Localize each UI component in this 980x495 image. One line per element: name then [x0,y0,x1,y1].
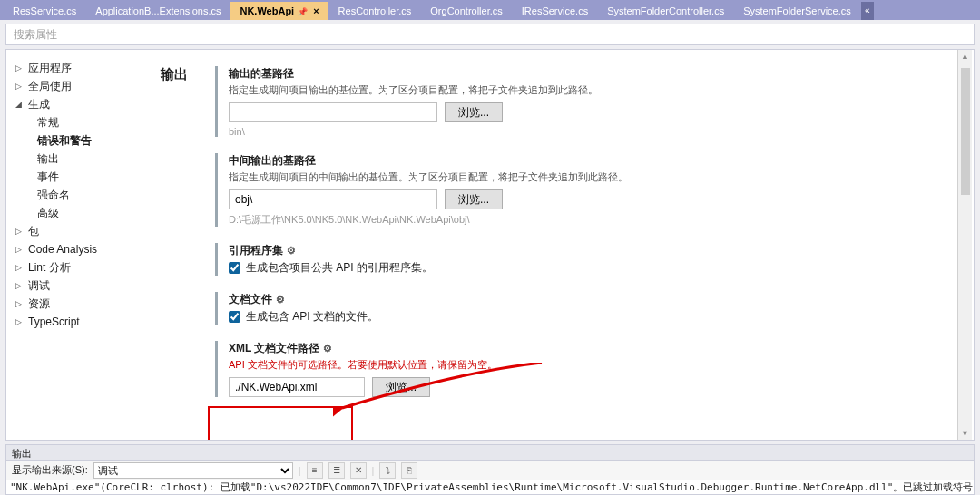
label-xmlpath-desc: API 文档文件的可选路径。若要使用默认位置，请保留为空。 [229,358,956,372]
sidebar-item-debug[interactable]: ▷调试 [15,277,138,295]
sidebar-item-general[interactable]: 常规 [15,113,138,131]
tab-appextensions[interactable]: ApplicationB...Extensions.cs [86,2,230,20]
gear-icon[interactable]: ⚙ [276,294,285,305]
close-icon[interactable]: × [313,5,318,16]
label-intermediate-desc: 指定生成期间项目的中间输出的基位置。为了区分项目配置，将把子文件夹追加到此路径。 [229,170,956,184]
property-page: ▷应用程序 ▷全局使用 ◢生成 常规 错误和警告 输出 事件 强命名 高级 ▷包… [5,49,975,441]
group-xml-path: XML 文档文件路径⚙ API 文档文件的可选路径。若要使用默认位置，请保留为空… [215,341,956,397]
output-toolbar: 显示输出来源(S): 调试 | ≡ ≣ ✕ | ⤵ ⎘ [5,461,975,480]
annotation-arrow-1 [142,131,147,177]
tab-rescontroller[interactable]: ResController.cs [329,2,421,20]
scroll-down-icon[interactable]: ▼ [959,427,971,440]
label-output-base-title: 输出的基路径 [229,67,294,80]
property-search-input[interactable]: 搜索属性 [5,24,975,45]
tab-iresservice[interactable]: IResService.cs [513,2,597,20]
editor-tabbar: ResService.cs ApplicationB...Extensions.… [0,0,980,20]
label-docfile-check: 生成包含 API 文档的文件。 [246,309,378,325]
tab-resservice[interactable]: ResService.cs [4,2,85,20]
chevron-right-icon: ▷ [15,245,26,254]
output-panel-title: 输出 [5,444,975,461]
group-doc-file: 文档文件⚙ 生成包含 API 文档的文件。 [215,292,956,325]
sidebar-item-events[interactable]: 事件 [15,168,138,186]
toolbar-btn-5[interactable]: ⎘ [401,462,417,479]
checkbox-doc-file[interactable] [229,311,240,323]
search-placeholder: 搜索属性 [14,27,57,43]
input-xml-path[interactable] [229,377,365,397]
output-source-select[interactable]: 调试 [93,462,293,479]
scrollbar-vertical[interactable]: ▲ ▼ [957,50,972,440]
browse-button-xml[interactable]: 浏览... [372,377,430,397]
label-xmlpath-title: XML 文档文件路径 [229,342,319,354]
sidebar-item-global[interactable]: ▷全局使用 [15,77,138,95]
hint-output-base: bin\ [229,126,956,137]
label-refasm-check: 生成包含项目公共 API 的引用程序集。 [246,260,433,276]
sidebar-item-typescript[interactable]: ▷TypeScript [15,313,138,331]
chevron-right-icon: ▷ [15,317,26,326]
sidebar-item-app[interactable]: ▷应用程序 [15,59,138,77]
property-main-panel: 输出 输出的基路径 指定生成期间项目输出的基位置。为了区分项目配置，将把子文件夹… [142,50,974,440]
toolbar-btn-4[interactable]: ⤵ [379,462,396,479]
scroll-thumb[interactable] [961,68,970,195]
group-reference-assembly: 引用程序集⚙ 生成包含项目公共 API 的引用程序集。 [215,243,956,276]
input-intermediate-base[interactable] [229,189,437,209]
checkbox-reference-assembly[interactable] [229,262,240,274]
sidebar-item-errors[interactable]: 错误和警告 [15,131,138,150]
sidebar-item-advanced[interactable]: 高级 [15,204,138,222]
gear-icon[interactable]: ⚙ [323,343,332,354]
section-header-output: 输出 [161,66,215,83]
property-sidebar: ▷应用程序 ▷全局使用 ◢生成 常规 错误和警告 输出 事件 强命名 高级 ▷包… [6,50,142,440]
sidebar-item-lint[interactable]: ▷Lint 分析 [15,258,138,277]
label-refasm-title: 引用程序集 [229,244,283,257]
tab-nkwebapi[interactable]: NK.WebApi📌× [230,2,328,20]
sidebar-item-codeanalysis[interactable]: ▷Code Analysis [15,240,138,258]
chevron-right-icon: ▷ [15,299,26,308]
chevron-right-icon: ▷ [15,63,26,73]
tab-sysfoldercontroller[interactable]: SystemFolderController.cs [598,2,733,20]
toolbar-btn-2[interactable]: ≣ [328,462,345,479]
tab-sysfolderservice[interactable]: SystemFolderService.cs [734,2,860,20]
toolbar-btn-1[interactable]: ≡ [307,462,323,479]
sidebar-item-build[interactable]: ◢生成 [15,95,138,113]
output-log-line: "NK.WebApi.exe"(CoreCLR: clrhost): 已加载"D… [5,480,975,495]
toolbar-btn-3[interactable]: ✕ [350,462,367,479]
scroll-up-icon[interactable]: ▲ [959,50,971,63]
chevron-right-icon: ▷ [15,263,26,272]
sidebar-item-package[interactable]: ▷包 [15,222,138,240]
tab-overflow-button[interactable]: « [861,2,874,20]
chevron-down-icon: ◢ [15,100,26,109]
chevron-right-icon: ▷ [15,281,26,290]
sidebar-item-strongname[interactable]: 强命名 [15,186,138,204]
sidebar-item-output[interactable]: 输出 [15,150,138,168]
tab-orgcontroller[interactable]: OrgController.cs [421,2,511,20]
hint-intermediate: D:\毛源工作\NK5.0\NK5.0\NK.WebApi\NK.WebApi\… [229,213,956,227]
chevron-right-icon: ▷ [15,82,26,91]
sidebar-item-resource[interactable]: ▷资源 [15,295,138,313]
group-output-base: 输出的基路径 指定生成期间项目输出的基位置。为了区分项目配置，将把子文件夹追加到… [215,66,956,137]
output-panel: 输出 显示输出来源(S): 调试 | ≡ ≣ ✕ | ⤵ ⎘ "NK.WebAp… [5,444,975,495]
browse-button-intermediate[interactable]: 浏览... [445,189,503,209]
group-intermediate-base: 中间输出的基路径 指定生成期间项目的中间输出的基位置。为了区分项目配置，将把子文… [215,153,956,227]
input-output-base[interactable] [229,102,437,122]
chevron-right-icon: ▷ [15,227,26,236]
annotation-red-box [208,406,353,440]
pin-icon: 📌 [298,7,308,16]
label-intermediate-title: 中间输出的基路径 [229,154,316,167]
browse-button-output-base[interactable]: 浏览... [445,102,503,122]
label-docfile-title: 文档文件 [229,293,272,306]
label-output-base-desc: 指定生成期间项目输出的基位置。为了区分项目配置，将把子文件夹追加到此路径。 [229,83,956,97]
output-source-label: 显示输出来源(S): [12,463,88,477]
gear-icon[interactable]: ⚙ [287,245,296,256]
